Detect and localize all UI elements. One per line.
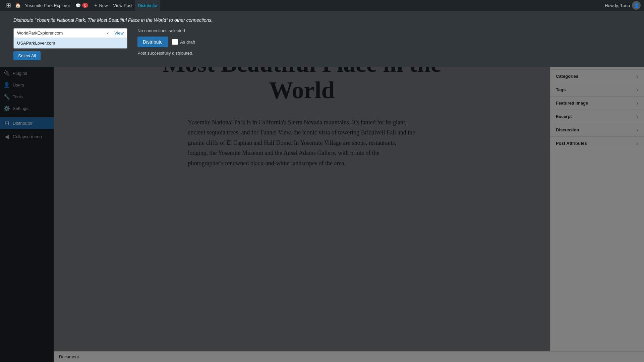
comment-icon: 💬: [75, 3, 81, 8]
success-message: Post successfully distributed.: [137, 51, 204, 56]
popup-left: WorldParkExplorer.com ∨ View USAParkLove…: [13, 28, 127, 60]
view-link[interactable]: View: [114, 31, 124, 36]
connection-dropdown: WorldParkExplorer.com ∨ View USAParkLove…: [13, 28, 127, 49]
site-name[interactable]: Yosemite Park Explorer: [22, 0, 73, 11]
admin-bar: ⊞ 🏠 Yosemite Park Explorer 💬 0 ＋ New Vie…: [0, 0, 644, 11]
distribute-row: Distribute As draft: [137, 37, 204, 47]
avatar: 👤: [632, 1, 641, 10]
connection-option-usaparklover[interactable]: USAParkLover.com: [14, 38, 127, 48]
popup-body: WorldParkExplorer.com ∨ View USAParkLove…: [13, 28, 631, 60]
howdy-label: Howdy, 1oup: [605, 3, 630, 8]
plus-icon: ＋: [94, 2, 98, 8]
new-button[interactable]: ＋ New: [91, 0, 110, 11]
view-post-link[interactable]: View Post: [111, 0, 135, 11]
comments-count: 0: [82, 3, 88, 8]
comments-link[interactable]: 💬 0: [73, 0, 91, 11]
site-icon: 🏠: [14, 3, 22, 8]
popup-right: No connections selected Distribute As dr…: [137, 28, 204, 56]
howdy-text: Howdy, 1oup 👤: [605, 1, 641, 10]
new-label: New: [99, 3, 108, 8]
distributor-popup: Distribute "Yosemite National Park, The …: [0, 11, 644, 67]
select-all-button[interactable]: Select All: [13, 51, 41, 60]
distribute-button[interactable]: Distribute: [137, 37, 168, 47]
as-draft-text: As draft: [180, 40, 195, 45]
dropdown-chevron-icon: ∨: [106, 31, 109, 35]
distributor-adminbar-link[interactable]: Distributor: [135, 0, 160, 11]
no-connections-text: No connections selected: [137, 28, 204, 33]
connection-placeholder: WorldParkExplorer.com: [17, 31, 63, 36]
connection-option-label: USAParkLover.com: [17, 41, 55, 46]
connection-dropdown-header[interactable]: WorldParkExplorer.com ∨ View: [14, 28, 127, 38]
popup-title: Distribute "Yosemite National Park, The …: [13, 17, 631, 23]
as-draft-checkbox[interactable]: [172, 39, 178, 45]
as-draft-label[interactable]: As draft: [172, 39, 195, 45]
wp-logo-icon[interactable]: ⊞: [3, 0, 14, 11]
